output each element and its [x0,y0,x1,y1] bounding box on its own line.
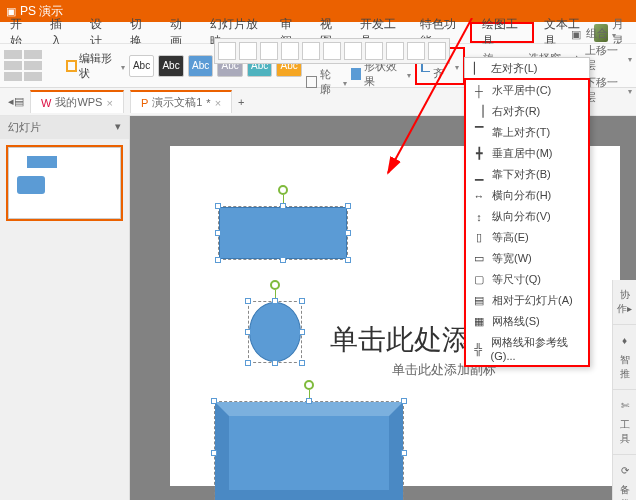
guides-icon: ╬ [472,342,485,356]
mini-btn[interactable] [260,42,278,60]
equal-size-icon: ▢ [472,273,486,287]
edit-shape-button[interactable]: 编辑形状 [66,51,125,81]
align-bottom-icon: ▁ [472,168,486,182]
backup-icon: ⟳ [617,465,633,481]
menu-item[interactable]: ▤相对于幻灯片(A) [466,290,588,311]
mini-btn[interactable] [281,42,299,60]
menu-item[interactable]: ▏左对齐(L) [465,58,589,79]
mini-btn[interactable] [386,42,404,60]
menu-item[interactable]: ▢等尺寸(Q) [466,269,588,290]
rotate-handle-icon[interactable] [270,280,280,290]
rel-slide-icon: ▤ [472,294,486,308]
tools-icon: ✄ [617,400,633,416]
equal-w-icon: ▭ [472,252,486,266]
shape-oval[interactable] [248,301,302,363]
style-preset[interactable]: Abc [188,55,214,77]
rail-tools[interactable]: ✄工具 [613,390,636,455]
tab-animation[interactable]: 动画 [160,22,200,43]
mini-btn[interactable] [365,42,383,60]
dist-v-icon: ↕ [472,210,486,224]
chevron-down-icon[interactable]: ▾ [115,120,121,135]
doctab-doc[interactable]: P演示文稿1*× [130,90,232,113]
backtab-icon[interactable]: ◂▤ [8,95,24,108]
mini-btn[interactable] [323,42,341,60]
close-icon[interactable]: × [215,97,221,109]
mini-btn[interactable] [218,42,236,60]
slide-thumbnail[interactable] [8,147,121,219]
newtab-button[interactable]: + [238,96,244,108]
mini-btn[interactable] [239,42,257,60]
smart-icon: ♦ [617,335,633,351]
align-centerv-icon: ╋ [472,147,486,161]
slide-panel: 幻灯片▾ [0,116,130,500]
menu-item[interactable]: ↕纵向分布(V) [466,206,588,227]
group-button[interactable]: ▣组合 [571,26,632,41]
equal-h-icon: ▯ [472,231,486,245]
menu-item[interactable]: ↔横向分布(H) [466,185,588,206]
dist-h-icon: ↔ [472,189,486,203]
tab-design[interactable]: 设计 [80,22,120,43]
menu-item[interactable]: ┼水平居中(C) [466,80,588,101]
mini-btn[interactable] [428,42,446,60]
tab-drawtools[interactable]: 绘图工具 [470,22,534,43]
shape-quickpick[interactable] [4,50,62,81]
rotate-handle-icon[interactable] [278,185,288,195]
rotate-handle-icon[interactable] [304,380,314,390]
menu-item[interactable]: ▕右对齐(R) [466,101,588,122]
mini-btn[interactable] [407,42,425,60]
rail-backup[interactable]: ⟳备份 [613,455,636,500]
align-top-icon: ▔ [472,126,486,140]
menu-item[interactable]: ▭等宽(W) [466,248,588,269]
grid-icon: ▦ [472,315,486,329]
outline-button[interactable]: 轮廓 [306,67,347,97]
shape-bevel[interactable] [214,401,404,500]
mini-btn[interactable] [302,42,320,60]
align-left-icon: ▏ [471,62,485,76]
right-rail: 协作▸ ♦智推 ✄工具 ⟳备份 ?帮助 [612,280,636,500]
menu-item[interactable]: ▔靠上对齐(T) [466,122,588,143]
mini-toolbar [214,38,450,64]
mini-btn[interactable] [344,42,362,60]
align-right-icon: ▕ [472,105,486,119]
tab-start[interactable]: 开始 [0,22,40,43]
tab-insert[interactable]: 插入 [40,22,80,43]
chevron-icon: ▸ [627,303,632,314]
close-icon[interactable]: × [106,97,112,109]
menu-item[interactable]: ╋垂直居中(M) [466,143,588,164]
slide-panel-title: 幻灯片 [8,120,41,135]
align-centerh-icon: ┼ [472,84,486,98]
menu-item[interactable]: ▁靠下对齐(B) [466,164,588,185]
rail-collab[interactable]: 协作▸ [613,280,636,325]
doctab-wps[interactable]: W我的WPS× [30,90,124,113]
menu-item[interactable]: ▯等高(E) [466,227,588,248]
menu-item[interactable]: ╬网格线和参考线(G)... [466,332,588,365]
align-menu: ▏左对齐(L) ┼水平居中(C) ▕右对齐(R) ▔靠上对齐(T) ╋垂直居中(… [464,57,590,367]
rail-smart[interactable]: ♦智推 [613,325,636,390]
tab-transition[interactable]: 切换 [120,22,160,43]
menu-item[interactable]: ▦网格线(S) [466,311,588,332]
style-preset[interactable]: Abc [158,55,184,77]
style-preset[interactable]: Abc [129,55,155,77]
shape-rectangle[interactable] [218,206,348,260]
